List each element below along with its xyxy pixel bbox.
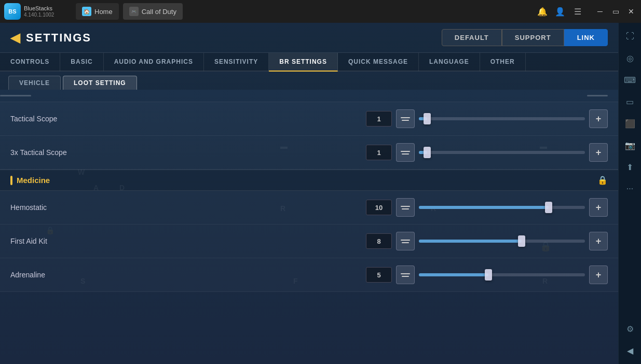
tab-other[interactable]: OTHER [480,53,526,72]
tab-quick-message[interactable]: QUICK MESSAGE [338,53,419,72]
first-aid-kit-track [419,240,585,243]
account-icon[interactable]: 👤 [555,6,565,17]
adr-minus-line-2 [402,276,409,277]
upload-sidebar-icon[interactable]: ⬆ [621,158,639,176]
adrenaline-thumb[interactable] [485,269,492,281]
expand-sidebar-icon[interactable]: ⛶ [621,27,639,46]
scopes-partial-section: Tactical Scope 1 + [0,90,618,170]
settings-header: ◀ SETTINGS DEFAULT SUPPORT LINK [0,23,618,53]
mobile-sidebar-icon[interactable]: ▭ [621,92,639,111]
hemostatic-track [419,206,585,209]
tactical-scope-minus-button[interactable] [396,109,415,128]
home-tab[interactable]: 🏠 Home [76,3,119,20]
settings-title-group: ◀ SETTINGS [10,31,91,45]
camera-sidebar-icon[interactable]: 📷 [621,136,639,155]
support-button[interactable]: SUPPORT [502,29,564,46]
adrenaline-minus-button[interactable] [396,265,415,284]
3x-tactical-scope-slider[interactable] [419,151,585,154]
medicine-section-bar [10,176,12,185]
game-tab-icon: 🎮 [129,7,139,16]
first-aid-kit-thumb[interactable] [518,235,525,247]
hemostatic-label: Hemostatic [10,203,114,212]
3x-tactical-scope-track [419,151,585,154]
medicine-lock-icon: 🔒 [597,175,608,185]
medicine-section-header: Medicine 🔒 [0,170,618,191]
notification-icon[interactable]: 🔔 [537,6,548,17]
app-name: BlueStacks [24,5,54,12]
hemostatic-thumb[interactable] [545,202,552,213]
hemostatic-slider[interactable] [419,206,585,209]
hemostatic-minus-button[interactable] [396,198,415,217]
3x-tactical-scope-label: 3x Tactical Scope [10,148,114,157]
tactical-scope-track [419,117,585,120]
app-name-block: BlueStacks 4.140.1.1002 [24,5,54,18]
settings-scroll-area[interactable]: Tactical Scope 1 + [0,90,618,364]
tab-audio-graphics[interactable]: AUDIO AND GRAPHICS [104,53,204,72]
default-button[interactable]: DEFAULT [442,29,502,46]
medicine-section: Medicine 🔒 Hemostatic 10 [0,170,618,292]
tactical-scope-label: Tactical Scope [10,115,114,123]
minimize-button[interactable]: ─ [594,6,606,17]
3x-tactical-scope-thumb[interactable] [424,147,431,158]
keyboard-sidebar-icon[interactable]: ⌨ [621,71,639,89]
tactical-scope-row: Tactical Scope 1 + [0,102,618,136]
back-sidebar-icon[interactable]: ◀ [621,341,639,360]
hemostatic-value: 10 [366,200,392,215]
eye-sidebar-icon[interactable]: ◎ [621,49,639,67]
game-tab-label: Call of Duty [142,8,176,16]
tab-controls[interactable]: CONTROLS [0,53,60,72]
first-aid-kit-minus-button[interactable] [396,232,415,250]
tab-br-settings[interactable]: BR SETTINGS [269,53,338,72]
first-aid-kit-slider[interactable] [419,240,585,243]
adrenaline-plus-button[interactable]: + [589,265,608,284]
first-aid-kit-plus-button[interactable]: + [589,232,608,250]
adrenaline-track [419,273,585,276]
main-tabs: CONTROLS BASIC AUDIO AND GRAPHICS SENSIT… [0,53,618,72]
title-bar: BS BlueStacks 4.140.1.1002 🏠 Home 🎮 Call… [0,0,641,23]
3x-tactical-scope-minus-button[interactable] [396,143,415,162]
tab-sensitivity[interactable]: SENSITIVITY [204,53,269,72]
first-aid-kit-controls: 8 + [366,232,608,250]
fak-minus-line-1 [401,240,410,241]
gear-sidebar-icon[interactable]: ⚙ [621,319,639,338]
sub-tab-vehicle[interactable]: VEHICLE [8,76,61,90]
adrenaline-row: Adrenaline 5 + [0,258,618,292]
game-tab[interactable]: 🎮 Call of Duty [123,3,183,20]
home-tab-label: Home [94,8,113,16]
hamburger-icon[interactable]: ☰ [572,6,583,17]
window-controls: ─ ▭ ✕ [594,6,637,17]
medicine-label-text: Medicine [17,176,50,185]
adrenaline-slider[interactable] [419,273,585,276]
restore-button[interactable]: ▭ [610,6,621,17]
hemostatic-fill [419,206,549,209]
sub-tab-loot-setting[interactable]: LOOT SETTING [63,76,137,90]
first-aid-kit-fill [419,240,522,243]
settings-back-arrow[interactable]: ◀ [10,31,21,45]
tactical-scope-slider[interactable] [419,117,585,120]
app-version: 4.140.1.1002 [24,12,54,18]
tab-language[interactable]: LANGUAGE [419,53,480,72]
first-aid-kit-row: First Aid Kit 8 + [0,225,618,258]
hemostatic-controls: 10 + [366,198,608,217]
tactical-scope-thumb[interactable] [424,113,431,124]
home-tab-icon: 🏠 [82,7,91,16]
adrenaline-controls: 5 + [366,265,608,284]
sub-tabs: VEHICLE LOOT SETTING [0,72,618,90]
more-sidebar-icon[interactable]: ··· [621,179,639,198]
video-sidebar-icon[interactable]: ⬛ [621,114,639,133]
hemostatic-plus-button[interactable]: + [589,198,608,217]
bluestacks-icon: BS [4,3,21,20]
close-button[interactable]: ✕ [625,6,637,17]
main-area: ⛶ ◎ ⌨ ▭ ⬛ 📷 ⬆ ··· ⚙ ◀ W A D ▬ ▬ R R S F … [0,23,641,364]
tab-basic[interactable]: BASIC [60,53,103,72]
hemostatic-row: Hemostatic 10 + [0,191,618,225]
title-bar-controls: 🔔 👤 ☰ ─ ▭ ✕ [537,6,637,17]
3x-tactical-scope-plus-button[interactable]: + [589,143,608,162]
link-button[interactable]: LINK [564,29,608,46]
minus-line-4 [402,153,409,155]
first-aid-kit-label: First Aid Kit [10,237,114,245]
fak-minus-line-2 [402,242,409,243]
hemo-minus-line-1 [401,206,410,207]
content-area: W A D ▬ ▬ R R S F R 🔒 🔒 ◀ SETTINGS DEFAU… [0,23,618,364]
tactical-scope-plus-button[interactable]: + [589,109,608,128]
